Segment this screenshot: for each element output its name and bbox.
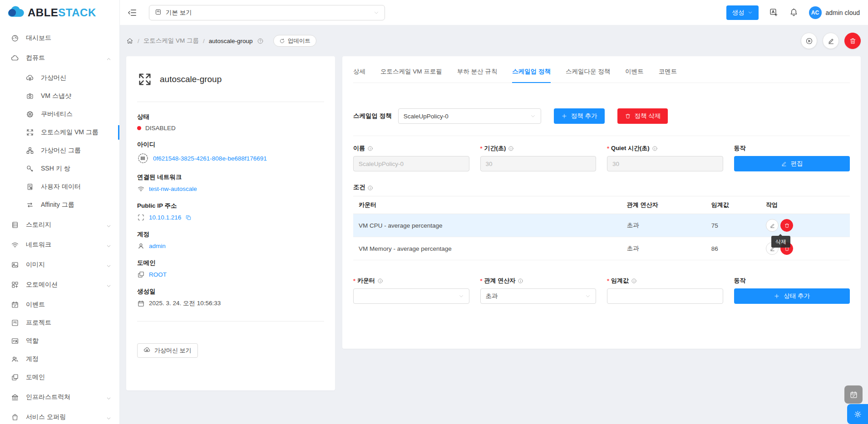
camera-icon xyxy=(26,92,34,100)
add-condition-button[interactable]: 상태 추가 xyxy=(734,288,850,304)
main-content: / 오토스케일 VM 그룹 / autoscale-group 업데이트 aut… xyxy=(120,25,868,424)
sidebar-item-roles[interactable]: 역할 xyxy=(0,332,119,350)
notifications-bell-icon[interactable] xyxy=(789,8,799,17)
operator-select[interactable]: 초과 xyxy=(480,288,597,304)
info-circle-icon[interactable] xyxy=(367,185,373,190)
user-menu[interactable]: AC admin cloud xyxy=(809,6,860,19)
bag-icon xyxy=(11,413,19,421)
network-link[interactable]: test-nw-autoscale xyxy=(149,185,197,192)
vm-cloud-icon xyxy=(143,346,151,355)
counter-label: 카운터 xyxy=(357,277,375,285)
update-button[interactable]: 업데이트 xyxy=(273,35,316,47)
event-log-fab[interactable] xyxy=(844,385,863,404)
sidebar-item-ssh-key-pairs[interactable]: SSH 키 쌍 xyxy=(0,160,119,178)
delete-policy-button[interactable]: 정책 삭제 xyxy=(617,108,668,124)
domain-field: 도메인 ROOT xyxy=(137,259,324,278)
sidebar-item-vm-snapshot[interactable]: VM 스냅샷 xyxy=(0,87,119,105)
appstore-add-icon xyxy=(11,281,19,289)
info-circle-icon[interactable] xyxy=(377,278,383,284)
view-select-value: 기본 보기 xyxy=(166,9,192,17)
sidebar-item-images[interactable]: 이미지 xyxy=(0,256,119,274)
edit-policy-button[interactable]: 편집 xyxy=(734,156,850,171)
sidebar-item-projects[interactable]: 프로젝트 xyxy=(0,314,119,332)
duration-label: 기간(초) xyxy=(484,144,506,152)
counter-cell: VM CPU - average percentage xyxy=(353,214,621,237)
threshold-label: 임계값 xyxy=(611,277,629,285)
id-field: 아이디 0f621548-3825-4261-808e-be688f176691 xyxy=(137,141,324,164)
duration-input[interactable] xyxy=(480,156,597,171)
domain-link[interactable]: ROOT xyxy=(149,271,167,278)
sidebar-item-compute[interactable]: 컴퓨트 xyxy=(0,49,119,67)
account-link[interactable]: admin xyxy=(149,243,166,249)
info-circle-icon[interactable] xyxy=(508,146,514,151)
tab-scaleup-policy[interactable]: 스케일업 정책 xyxy=(512,68,551,83)
translate-icon[interactable] xyxy=(769,8,779,17)
wifi-icon xyxy=(11,241,19,249)
app-logo[interactable]: ABLESTACK xyxy=(0,0,119,25)
policy-name-input[interactable] xyxy=(353,156,469,171)
sidebar-item-user-data[interactable]: 사용자 데이터 xyxy=(0,178,119,196)
view-vm-button[interactable]: 가상머신 보기 xyxy=(137,343,198,358)
home-icon[interactable] xyxy=(126,37,133,44)
edit-condition-button[interactable] xyxy=(766,219,779,232)
table-row[interactable]: VM Memory - average percentage 초과 86 삭제 xyxy=(353,237,850,260)
edit-button[interactable] xyxy=(823,33,839,49)
divider xyxy=(353,136,850,136)
info-circle-icon[interactable] xyxy=(518,278,523,284)
copy-icon[interactable] xyxy=(185,214,192,221)
sidebar-item-dashboard[interactable]: 대시보드 xyxy=(0,29,119,47)
block-icon xyxy=(137,271,145,278)
sidebar-item-automation[interactable]: 오토메이션 xyxy=(0,276,119,294)
settings-fab[interactable] xyxy=(847,404,868,424)
sidebar-item-domains[interactable]: 도메인 xyxy=(0,368,119,386)
threshold-input[interactable] xyxy=(607,288,723,304)
sidebar-item-accounts[interactable]: 계정 xyxy=(0,350,119,368)
add-condition-form: * 카운터 * 관계 연산자 초 xyxy=(353,277,850,304)
menu-fold-icon[interactable] xyxy=(127,8,137,18)
create-button[interactable]: 생성 xyxy=(726,5,759,20)
delete-condition-button[interactable] xyxy=(780,219,793,232)
status-dot xyxy=(137,126,141,130)
info-circle-icon[interactable] xyxy=(631,278,637,284)
resource-info-card: autoscale-group 상태 DISABLED 아이디 0f621548… xyxy=(126,56,335,390)
tab-details[interactable]: 상세 xyxy=(353,68,365,83)
chevron-down-icon xyxy=(106,263,111,268)
detail-card: 상세 오토스케일 VM 프로필 부하 분산 규칙 스케일업 정책 스케일다운 정… xyxy=(342,56,861,349)
required-mark: * xyxy=(607,145,609,152)
tab-autoscale-vm-profile[interactable]: 오토스케일 VM 프로필 xyxy=(380,68,442,83)
sidebar-item-autoscale-vm-group[interactable]: 오토스케일 VM 그룹 xyxy=(0,123,119,141)
view-select[interactable]: 기본 보기 xyxy=(149,5,385,20)
tab-load-balancing-rules[interactable]: 부하 분산 규칙 xyxy=(457,68,498,83)
sidebar-item-vm-group[interactable]: 가상머신 그룹 xyxy=(0,141,119,160)
table-row[interactable]: VM CPU - average percentage 초과 75 xyxy=(353,214,850,237)
tab-bar: 상세 오토스케일 VM 프로필 부하 분산 규칙 스케일업 정책 스케일다운 정… xyxy=(353,56,850,83)
chevron-down-icon xyxy=(106,415,111,420)
public-ip-link[interactable]: 10.10.1.216 xyxy=(149,214,181,221)
quiet-time-input[interactable] xyxy=(607,156,723,171)
question-circle-icon[interactable] xyxy=(257,38,264,44)
tab-events[interactable]: 이벤트 xyxy=(625,68,644,83)
reload-icon xyxy=(279,38,285,44)
policy-select[interactable]: ScaleUpPolicy-0 xyxy=(398,108,541,124)
sidebar-item-service-offerings[interactable]: 서비스 오퍼링 xyxy=(0,408,119,424)
sidebar-item-storage[interactable]: 스토리지 xyxy=(0,216,119,234)
start-button[interactable] xyxy=(801,33,817,49)
sidebar-item-kubernetes[interactable]: 쿠버네티스 xyxy=(0,105,119,123)
counter-select[interactable] xyxy=(353,288,469,304)
required-mark: * xyxy=(353,278,355,284)
tab-comments[interactable]: 코멘트 xyxy=(659,68,677,83)
sidebar-item-network[interactable]: 네트워크 xyxy=(0,236,119,254)
delete-button[interactable] xyxy=(844,33,861,49)
add-policy-button[interactable]: 정책 추가 xyxy=(554,108,605,124)
calendar-check-icon xyxy=(11,301,19,309)
sidebar-item-affinity-groups[interactable]: Affinity 그룹 xyxy=(0,196,119,214)
breadcrumb-parent[interactable]: 오토스케일 VM 그룹 xyxy=(143,37,199,45)
sidebar-item-virtual-machines[interactable]: 가상머신 xyxy=(0,69,119,87)
tab-scaledown-policy[interactable]: 스케일다운 정책 xyxy=(566,68,610,83)
info-circle-icon[interactable] xyxy=(367,146,373,151)
sidebar-item-infrastructure[interactable]: 인프라스트럭쳐 xyxy=(0,388,119,406)
info-circle-icon[interactable] xyxy=(652,146,658,151)
sidebar-item-events[interactable]: 이벤트 xyxy=(0,296,119,314)
resource-id-link[interactable]: 0f621548-3825-4261-808e-be688f176691 xyxy=(153,155,267,162)
brand-stack: STACK xyxy=(58,6,96,19)
